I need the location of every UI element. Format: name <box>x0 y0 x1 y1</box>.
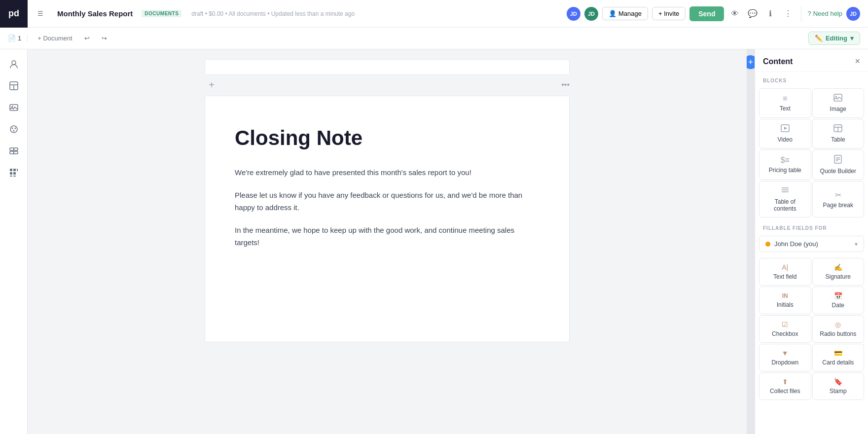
svg-rect-12 <box>10 151 14 154</box>
svg-rect-16 <box>17 169 18 171</box>
doc-title: Monthly Sales Report <box>57 9 133 18</box>
editing-mode-button[interactable]: ✏️ Editing ▾ <box>808 32 860 45</box>
content-panel: Content × BLOCKS ≡ Text Image <box>755 49 868 434</box>
sidebar-icon-apps[interactable] <box>5 164 23 181</box>
pricing-table-icon: $≡ <box>781 156 790 165</box>
need-help-link[interactable]: ? Need help <box>807 10 842 17</box>
text-field-icon: A| <box>782 263 788 271</box>
info-icon[interactable]: ℹ <box>763 7 777 21</box>
field-signature[interactable]: ✍ Signature <box>812 258 865 286</box>
quote-builder-label: Quote Builder <box>820 168 856 175</box>
svg-rect-17 <box>10 172 12 175</box>
field-checkbox[interactable]: ☑ Checkbox <box>759 315 811 343</box>
panel-close-button[interactable]: × <box>855 56 860 67</box>
toc-icon <box>781 186 790 196</box>
svg-rect-20 <box>13 176 16 177</box>
block-table-of-contents[interactable]: Table of contents <box>759 181 811 217</box>
add-document-button[interactable]: + Document <box>34 33 76 44</box>
card-details-label: Card details <box>822 359 854 366</box>
manage-button[interactable]: 👤 Manage <box>602 7 648 20</box>
page-break-icon: ✂ <box>835 190 841 200</box>
toc-label: Table of contents <box>763 198 807 212</box>
hamburger-menu[interactable]: ☰ <box>34 8 47 19</box>
invite-button[interactable]: + Invite <box>652 7 686 20</box>
blocks-grid: ≡ Text Image Video <box>755 86 868 219</box>
date-icon: 📅 <box>834 292 842 300</box>
fillable-user-dropdown[interactable]: John Doe (you) ▾ <box>759 236 864 252</box>
svg-point-7 <box>11 128 13 129</box>
doc-paragraph-1: We're extremely glad to have presented t… <box>235 166 540 179</box>
svg-rect-21 <box>834 94 842 101</box>
top-bar: pd ☰ Monthly Sales Report DOCUMENTS draf… <box>0 0 868 28</box>
sidebar-icon-contacts[interactable] <box>5 55 23 73</box>
left-sidebar <box>0 49 28 434</box>
svg-point-6 <box>10 126 17 133</box>
block-text[interactable]: ≡ Text <box>759 88 811 118</box>
field-text-field[interactable]: A| Text field <box>759 258 811 286</box>
image-block-label: Image <box>830 106 846 112</box>
field-card-details[interactable]: 💳 Card details <box>812 344 865 371</box>
fillable-section-label: FILLABLE FIELDS FOR <box>755 219 868 234</box>
block-page-break[interactable]: ✂ Page break <box>812 181 865 217</box>
chevron-down-icon: ▾ <box>850 35 854 42</box>
avatar-1: JD <box>567 7 580 21</box>
svg-point-9 <box>13 130 14 132</box>
svg-rect-19 <box>10 176 12 177</box>
svg-rect-4 <box>10 105 18 110</box>
table-block-icon <box>833 124 842 134</box>
pages-count: 1 <box>18 35 21 42</box>
table-block-label: Table <box>831 136 845 143</box>
panel-title: Content <box>763 57 793 66</box>
block-quote-builder[interactable]: Quote Builder <box>812 149 865 180</box>
checkbox-label: Checkbox <box>772 330 798 337</box>
block-image[interactable]: Image <box>812 88 865 118</box>
redo-icon: ↪ <box>102 35 107 42</box>
field-initials[interactable]: IN Initials <box>759 287 811 314</box>
initials-label: Initials <box>777 301 794 308</box>
doc-paragraph-3: In the meantime, we hope to keep up with… <box>235 224 540 249</box>
separator <box>801 6 801 22</box>
redo-button[interactable]: ↪ <box>98 33 111 44</box>
send-button[interactable]: Send <box>689 6 724 21</box>
doc-heading: Closing Note <box>235 126 540 150</box>
svg-rect-11 <box>14 148 18 150</box>
field-radio-buttons[interactable]: ◎ Radio buttons <box>812 315 865 343</box>
sidebar-icon-table[interactable] <box>5 77 23 95</box>
logo: pd <box>0 0 28 28</box>
date-label: Date <box>832 302 844 309</box>
field-dropdown[interactable]: ▼ Dropdown <box>759 344 811 371</box>
comments-icon[interactable]: 💬 <box>746 7 760 21</box>
sidebar-icon-variables[interactable] <box>5 142 23 160</box>
add-block-button[interactable]: + <box>205 78 218 92</box>
field-stamp[interactable]: 🔖 Stamp <box>812 372 865 400</box>
doc-page-top-bar <box>205 59 570 74</box>
svg-point-5 <box>11 106 13 108</box>
block-video[interactable]: Video <box>759 119 811 148</box>
field-collect-files[interactable]: ⬆ Collect files <box>759 372 811 400</box>
quote-builder-icon <box>834 155 842 166</box>
block-table[interactable]: Table <box>812 119 865 148</box>
svg-point-8 <box>14 128 16 129</box>
doc-paragraph-2: Please let us know if you have any feedb… <box>235 189 540 214</box>
dropdown-chevron-icon: ▾ <box>855 241 858 248</box>
fields-grid: A| Text field ✍ Signature IN Initials 📅 … <box>755 256 868 402</box>
more-options-icon[interactable]: ⋮ <box>781 7 795 21</box>
panel-header: Content × <box>755 49 868 72</box>
block-more-button[interactable]: ••• <box>561 80 570 89</box>
dropdown-icon: ▼ <box>782 349 789 357</box>
document-page: Closing Note We're extremely glad to hav… <box>205 96 570 342</box>
undo-button[interactable]: ↩ <box>80 33 94 44</box>
sidebar-icon-palette[interactable] <box>5 120 23 138</box>
preview-icon[interactable]: 👁 <box>728 7 742 21</box>
main-layout: + ••• Closing Note We're extremely glad … <box>0 49 868 434</box>
document-area: + ••• Closing Note We're extremely glad … <box>28 49 747 434</box>
radio-buttons-label: Radio buttons <box>820 330 856 337</box>
field-date[interactable]: 📅 Date <box>812 287 865 314</box>
svg-point-0 <box>12 61 16 65</box>
block-pricing-table[interactable]: $≡ Pricing table <box>759 149 811 180</box>
panel-add-area: + <box>747 49 755 434</box>
signature-icon: ✍ <box>834 263 842 271</box>
user-avatar[interactable]: JD <box>846 7 860 21</box>
svg-rect-13 <box>14 151 18 154</box>
sidebar-icon-media[interactable] <box>5 99 23 116</box>
